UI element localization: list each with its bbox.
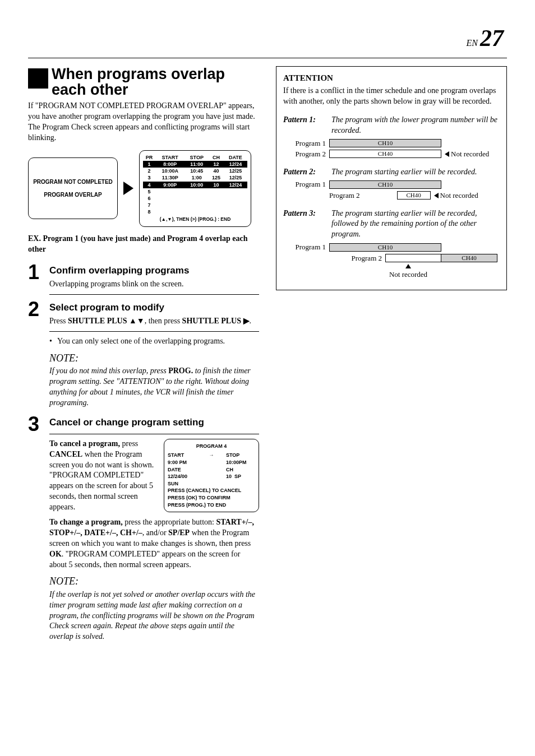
top-rule <box>28 58 507 58</box>
figure-overlap-screens: PROGRAM NOT COMPLETED PROGRAM OVERLAP PR… <box>28 150 259 227</box>
program-check-panel: PR START STOP CH DATE 1 8:00P 11:00 12 1… <box>139 150 251 227</box>
left-column: When programs overlap each other If "PRO… <box>28 66 259 651</box>
arrow-up-row <box>283 264 500 268</box>
col-start: START <box>155 154 185 161</box>
step-heading: Confirm overlapping programs <box>49 265 259 277</box>
attention-intro: If there is a conflict in the timer sche… <box>283 86 500 107</box>
step-bullet: • You can only select one of the overlap… <box>49 336 259 347</box>
p2-prog2-row: Program 2 CH40 Not recorded <box>329 191 500 201</box>
note-body: If you do not mind this overlap, press P… <box>49 366 259 409</box>
table-row: 4 9:00P 10:00 10 12/24 <box>143 182 247 188</box>
table-row: 2 10:00A 10:45 40 12/25 <box>143 168 247 174</box>
pattern-1: Pattern 1: The program with the lower pr… <box>283 115 500 136</box>
not-recorded-annot: Not recorded <box>434 191 478 201</box>
section-title: When programs overlap each other <box>52 66 259 98</box>
p1-prog1-row: Program 1 CH10 <box>283 138 500 149</box>
note-heading: NOTE: <box>49 351 259 365</box>
pattern-desc: The program starting earlier will be rec… <box>331 208 500 240</box>
bar-ch40-right: CH40 <box>441 254 497 262</box>
table-row: 7 <box>143 202 247 208</box>
step-separator <box>49 434 259 434</box>
note-body: If the overlap is not yet solved or anot… <box>49 590 259 642</box>
step-number: 2 <box>28 299 49 319</box>
pattern-2: Pattern 2: The program starting earlier … <box>283 167 500 178</box>
not-recorded-center: Not recorded <box>283 270 500 280</box>
prog4-title: PROGRAM 4 <box>168 443 255 450</box>
bar-ch10: CH10 <box>329 180 441 189</box>
pattern-3: Pattern 3: The program starting earlier … <box>283 208 500 240</box>
cancel-paragraph: To cancel a program, press CANCEL when t… <box>49 439 157 513</box>
program4-panel: PROGRAM 4 START 9:00 PM DATE 12/24/00 SU… <box>164 439 259 512</box>
arrow-right-icon: → <box>197 452 226 487</box>
panel-line2: PROGRAM OVERLAP <box>33 191 113 199</box>
arrow-left-icon <box>445 151 449 157</box>
pattern-label: Pattern 2: <box>283 167 331 178</box>
table-row: 1 8:00P 11:00 12 12/24 <box>143 161 247 168</box>
arrow-right-icon <box>123 182 133 195</box>
step-number: 1 <box>28 262 49 282</box>
panel-footer: (▲,▼), THEN (>) (PROG.) : END <box>143 216 247 222</box>
example-line: EX. Program 1 (you have just made) and P… <box>28 234 259 255</box>
note-heading: NOTE: <box>49 574 259 588</box>
col-date: DATE <box>224 154 247 161</box>
p3-prog1-row: Program 1 CH10 <box>283 242 500 252</box>
step-3: 3 Cancel or change program setting To ca… <box>28 414 259 648</box>
bar-ch40: CH40 <box>329 150 441 158</box>
pattern-label: Pattern 1: <box>283 115 331 136</box>
bar-ch10: CH10 <box>329 139 441 147</box>
right-column: ATTENTION If there is a conflict in the … <box>276 66 507 651</box>
change-paragraph: To change a program, press the appropria… <box>49 517 259 570</box>
pattern-desc: The program starting earlier will be rec… <box>331 167 500 178</box>
pattern-label: Pattern 3: <box>283 208 331 240</box>
page-num: 27 <box>480 25 504 51</box>
table-row: 5 <box>143 188 247 195</box>
table-row: 8 <box>143 208 247 215</box>
step-2: 2 Select program to modify Press SHUTTLE… <box>28 299 259 327</box>
p1-prog2-row: Program 2 CH40 Not recorded <box>283 149 500 159</box>
section-marker <box>28 68 48 89</box>
p3-prog2-row: Program 2 CH40 <box>283 253 500 263</box>
step-body-text: Overlapping programs blink on the screen… <box>49 279 259 290</box>
pattern-desc: The program with the lower program numbe… <box>331 115 500 136</box>
overlap-message-panel: PROGRAM NOT COMPLETED PROGRAM OVERLAP <box>28 157 118 219</box>
p2-prog1-row: Program 1 CH10 <box>283 179 500 189</box>
step-separator <box>49 331 259 332</box>
step-separator <box>49 294 259 295</box>
table-row: 3 11:30P 1:00 125 12/25 <box>143 174 247 181</box>
step-heading: Select program to modify <box>49 302 259 314</box>
panel-line1: PROGRAM NOT COMPLETED <box>33 178 113 186</box>
page-number: EN 27 <box>28 22 507 54</box>
bar-ch40-left <box>385 254 441 262</box>
bar-ch40: CH40 <box>397 191 431 200</box>
bullet-text: You can only select one of the overlappi… <box>57 336 225 347</box>
page-prefix: EN <box>467 38 478 48</box>
attention-title: ATTENTION <box>283 72 500 84</box>
bullet-icon: • <box>49 336 57 347</box>
step-number: 3 <box>28 414 49 434</box>
step-1: 1 Confirm overlapping programs Overlappi… <box>28 262 259 290</box>
section-intro: If "PROGRAM NOT COMPLETED PROGRAM OVERLA… <box>28 101 259 143</box>
bar-ch10: CH10 <box>329 243 441 252</box>
col-pr: PR <box>143 154 155 161</box>
table-row: 6 <box>143 195 247 202</box>
step-body-text: Press SHUTTLE PLUS ▲▼, then press SHUTTL… <box>49 316 259 327</box>
arrow-left-icon <box>434 193 439 198</box>
col-ch: CH <box>209 154 224 161</box>
not-recorded-annot: Not recorded <box>445 149 489 159</box>
col-stop: STOP <box>185 154 209 161</box>
attention-box: ATTENTION If there is a conflict in the … <box>276 66 507 290</box>
step-heading: Cancel or change program setting <box>49 416 259 429</box>
arrow-up-icon <box>405 264 411 268</box>
